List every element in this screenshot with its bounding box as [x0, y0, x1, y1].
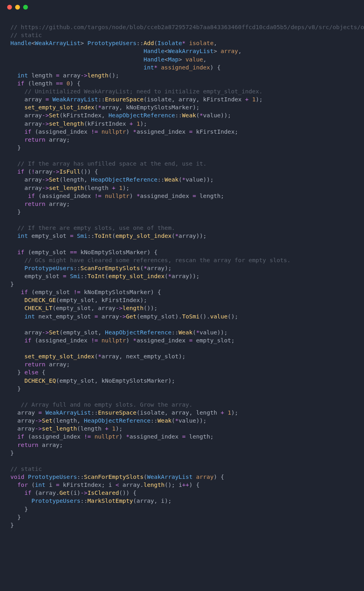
id-i-3: i	[179, 481, 182, 488]
id-length-4: length	[200, 192, 221, 199]
id-array-17: array	[24, 329, 42, 336]
kw-if-5: if	[18, 249, 25, 255]
id-array-25: array	[122, 481, 140, 488]
id-array-10: array	[24, 184, 42, 191]
param-value: value	[185, 56, 203, 63]
id-knoempty-4: kNoEmptySlotsMarker	[101, 377, 168, 384]
num-1a: 1	[252, 96, 256, 103]
type-int-3: int	[18, 232, 28, 239]
type-isolate: Isolate	[157, 40, 182, 46]
call-set-4: Set	[42, 417, 52, 424]
param-array-2: array	[196, 473, 214, 480]
type-weakarraylist: WeakArrayList	[35, 40, 81, 46]
call-setlength-3: set_length	[42, 425, 77, 432]
id-array-24: array	[42, 441, 59, 448]
zoom-icon[interactable]	[23, 5, 28, 10]
code-area[interactable]: // https://github.com/targos/node/blob/c…	[0, 14, 364, 541]
call-sesi-2: set_empty_slot_index	[24, 353, 94, 360]
id-array-6: array	[24, 120, 42, 127]
type-int-2: int	[18, 72, 28, 79]
ty-pu-4: PrototypeUsers	[31, 497, 81, 504]
id-es-8: empty_slot	[196, 337, 231, 344]
call-sesi: set_empty_slot_index	[24, 104, 94, 111]
id-kfirst-3: kFirstIndex	[87, 120, 126, 127]
kw-else: else	[24, 369, 38, 376]
call-setlength: set_length	[49, 120, 84, 127]
type-int: int	[144, 64, 154, 71]
id-i-5: i	[161, 497, 165, 504]
kw-if-7: if	[24, 337, 31, 344]
id-es-4: empty_slot	[59, 296, 94, 303]
id-array-11: array	[49, 200, 67, 207]
kw-void: void	[10, 473, 24, 480]
var-emptyslot: empty_slot	[31, 232, 67, 239]
comment-uninit: // Uninitialized WeakArrayList; need to …	[24, 88, 262, 95]
call-value: value	[210, 313, 228, 320]
call-length: length	[87, 72, 108, 79]
call-esi-2: empty_slot_index	[108, 273, 165, 279]
call-weak-3: Weak	[179, 329, 193, 336]
comment-url: // https://github.com/targos/node/blob/c…	[10, 24, 364, 30]
param-assigned-index: assigned_index	[161, 64, 210, 71]
call-setlength-2: set_length	[49, 184, 84, 191]
id-array-27: array	[136, 497, 154, 504]
comment-grow: // Array full and no empty slots. Grow t…	[21, 401, 193, 408]
window-titlebar	[0, 0, 364, 14]
ty-wal-5: WeakArrayList	[147, 473, 193, 480]
lit-null-2: nullptr	[105, 192, 130, 199]
ty-pu-2: PrototypeUsers	[24, 265, 73, 271]
ty-hor: HeapObjectReference	[108, 112, 175, 119]
call-ensurespace: EnsureSpace	[105, 96, 144, 103]
kw-return-2: return	[24, 200, 45, 207]
call-sfes: ScanForEmptySlots	[81, 265, 140, 271]
id-knoempty: kNoEmptySlotsMarker	[126, 104, 193, 111]
id-array: array	[63, 72, 81, 79]
ty-wal-3: WeakArrayList	[52, 96, 98, 103]
id-isolate-2: isolate	[140, 409, 165, 416]
id-kfirst-2: kFirstIndex	[63, 112, 102, 119]
id-length-3: length	[87, 184, 108, 191]
id-array-3: array	[179, 96, 196, 103]
id-array-7: array	[49, 136, 67, 143]
ty-hor-2: HeapObjectReference	[91, 176, 157, 183]
id-array-21: array	[171, 409, 189, 416]
id-ai-3: assigned_index	[42, 192, 91, 199]
id-ai-6: assigned_index	[136, 337, 185, 344]
id-array-9: array	[24, 176, 42, 183]
kw-return-4: return	[18, 441, 39, 448]
lit-null-1: nullptr	[102, 128, 126, 135]
comment-unfilled: // If the array has unfilled space at th…	[18, 160, 207, 167]
id-ai-5: assigned_index	[38, 337, 87, 344]
call-set-2: Set	[49, 176, 59, 183]
call-length-2: length	[122, 304, 144, 311]
ty-hor-4: HeapObjectReference	[84, 417, 151, 424]
id-value-3: value	[200, 329, 217, 336]
ty-hor-3: HeapObjectReference	[105, 329, 171, 336]
call-isfull: IsFull	[59, 168, 81, 175]
type-map: Map	[168, 56, 178, 63]
minimize-icon[interactable]	[15, 5, 20, 10]
kw-return-3: return	[24, 361, 45, 368]
id-ai-7: assigned_index	[31, 433, 81, 440]
call-weak-2: Weak	[165, 176, 179, 183]
id-array-15: array	[98, 304, 116, 311]
id-length-8: length	[189, 433, 210, 440]
lit-null-3: nullptr	[102, 337, 126, 344]
code-window: // https://github.com/targos/node/blob/c…	[0, 0, 364, 591]
id-es-3: empty_slot	[35, 289, 70, 295]
id-ai: assigned_index	[38, 128, 87, 135]
id-array-2: array	[24, 96, 42, 103]
var-length: length	[31, 72, 53, 79]
id-array-14: array	[171, 273, 189, 279]
call-ensurespace-2: EnsureSpace	[98, 409, 137, 416]
fn-sfes: ScanForEmptySlots	[84, 473, 144, 480]
call-esi: empty_slot_index	[116, 232, 172, 239]
close-icon[interactable]	[7, 5, 12, 10]
id-knoempty-2: kNoEmptySlotsMarker	[81, 249, 147, 255]
num-1d: 1	[228, 409, 231, 416]
param-array: array	[220, 47, 238, 54]
comment-static-2: // static	[10, 465, 42, 472]
kw-if-9: if	[24, 489, 31, 496]
kw-for: for	[18, 481, 28, 488]
id-length-5: length	[196, 409, 217, 416]
